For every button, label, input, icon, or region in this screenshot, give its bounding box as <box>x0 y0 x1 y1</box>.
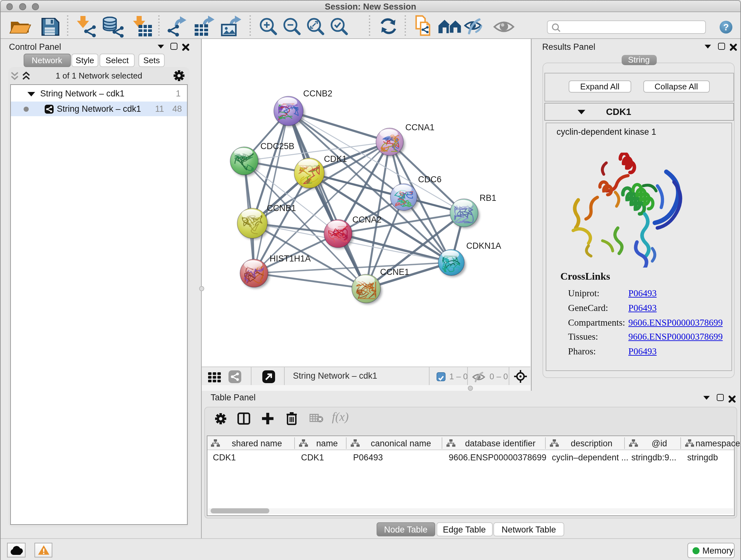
svg-text:RB1: RB1 <box>480 193 496 203</box>
svg-text:CDC6: CDC6 <box>418 175 442 184</box>
svg-text:CCNB1: CCNB1 <box>267 203 296 213</box>
svg-text:HIST1H1A: HIST1H1A <box>270 254 311 263</box>
svg-text:CCNA2: CCNA2 <box>352 215 382 225</box>
svg-text:CCNA1: CCNA1 <box>405 123 434 132</box>
svg-text:CDC25B: CDC25B <box>260 141 294 151</box>
svg-text:CDKN1A: CDKN1A <box>466 241 501 251</box>
svg-text:?: ? <box>723 22 729 32</box>
svg-text:CCNB2: CCNB2 <box>303 89 333 98</box>
svg-text:CCNE1: CCNE1 <box>380 267 409 277</box>
svg-text:CDK1: CDK1 <box>324 154 347 164</box>
